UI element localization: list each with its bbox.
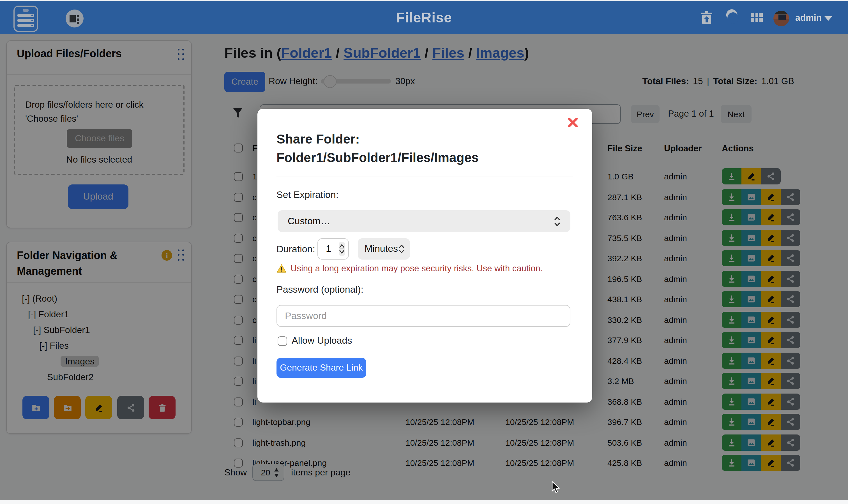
duration-input[interactable]: 1 xyxy=(317,238,349,259)
top-bar: FileRise admin xyxy=(0,1,848,34)
duration-label: Duration: xyxy=(277,244,315,255)
divider xyxy=(277,177,573,177)
expiration-warning: Using a long expiration may pose securit… xyxy=(277,264,543,274)
avatar[interactable] xyxy=(773,11,789,26)
app-title: FileRise xyxy=(0,10,848,26)
password-field[interactable] xyxy=(277,305,570,327)
mouse-cursor xyxy=(551,481,560,494)
modal-title-line1: Share Folder: xyxy=(277,130,360,148)
warning-text: Using a long expiration may pose securit… xyxy=(290,264,543,274)
expiration-select[interactable]: Custom… xyxy=(278,210,570,232)
caret-down-icon[interactable] xyxy=(825,16,832,21)
apps-grid-icon[interactable] xyxy=(751,13,763,22)
duration-unit-select[interactable]: Minutes xyxy=(358,238,410,259)
user-name[interactable]: admin xyxy=(795,13,822,23)
allow-uploads-label: Allow Uploads xyxy=(292,335,352,346)
share-folder-modal: Share Folder: Folder1/SubFolder1/Files/I… xyxy=(258,109,592,402)
allow-uploads-row: Allow Uploads xyxy=(278,335,352,346)
trash-restore-icon[interactable] xyxy=(701,11,713,25)
password-label: Password (optional): xyxy=(277,284,364,295)
number-spinner-icon[interactable] xyxy=(339,242,345,256)
duration-value: 1 xyxy=(326,243,339,254)
password-field-wrap xyxy=(277,305,570,327)
filerise-app: FileRise admin Upload Files/Folders Drop… xyxy=(0,0,848,504)
expiration-label: Set Expiration: xyxy=(277,190,338,201)
close-icon[interactable] xyxy=(568,118,578,127)
expiration-value: Custom… xyxy=(288,216,554,227)
allow-uploads-checkbox[interactable] xyxy=(278,336,287,346)
modal-title-line2: Folder1/SubFolder1/Files/Images xyxy=(277,148,479,167)
top-strip xyxy=(0,0,848,1)
chevron-updown-icon xyxy=(399,244,404,254)
warning-icon xyxy=(277,264,287,273)
chevron-updown-icon xyxy=(554,216,560,227)
generate-share-link-button[interactable]: Generate Share Link xyxy=(277,358,366,378)
duration-unit-value: Minutes xyxy=(365,243,399,254)
